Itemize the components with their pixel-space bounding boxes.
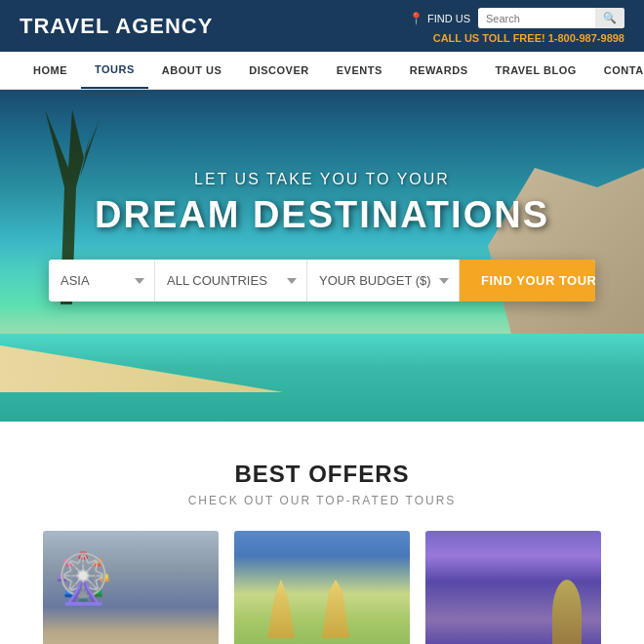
- find-us-link[interactable]: 📍 FIND US: [409, 12, 470, 25]
- nav-item-home[interactable]: HOME: [20, 53, 81, 88]
- offer-image-uk: [43, 531, 219, 644]
- nav-item-contact[interactable]: CONTACT US: [590, 53, 644, 88]
- nav-item-about[interactable]: ABOUT US: [148, 53, 235, 88]
- spain-thumbnail: [234, 531, 410, 644]
- hero-title: DREAM DESTINATIONS: [49, 194, 595, 236]
- offer-card-spain[interactable]: SPAIN $4,000: [234, 531, 410, 644]
- nav-item-rewards[interactable]: REWARDS: [396, 53, 482, 88]
- countries-select[interactable]: ALL COUNTRIES UNITED KINGDOM SPAIN TURKE…: [155, 260, 307, 302]
- nav-item-travel-blog[interactable]: TRAVEL BLOG: [481, 53, 589, 88]
- hero-search-bar: ASIA EUROPE AMERICAS AFRICA OCEANIA ALL …: [49, 260, 595, 302]
- best-offers-section: BEST OFFERS CHECK OUT OUR TOP-RATED TOUR…: [0, 422, 644, 644]
- search-box: 🔍: [478, 8, 624, 28]
- offer-card-turkey[interactable]: TURKEY $2,000: [425, 531, 601, 644]
- hero-section: LET US TAKE YOU TO YOUR DREAM DESTINATIO…: [0, 90, 644, 422]
- uk-thumbnail: [43, 531, 219, 644]
- find-us-label: FIND US: [427, 13, 470, 24]
- turkey-thumbnail: [425, 531, 601, 644]
- hero-content: LET US TAKE YOU TO YOUR DREAM DESTINATIO…: [49, 171, 595, 302]
- best-offers-title: BEST OFFERS: [20, 461, 624, 488]
- budget-select[interactable]: YOUR BUDGET ($) $1,000 $2,000 $5,000 $10…: [307, 260, 460, 302]
- top-bar-right: 📍 FIND US 🔍 CALL US TOLL FREE! 1-800-987…: [409, 8, 624, 44]
- top-bar: TRAVEL AGENCY 📍 FIND US 🔍 CALL US TOLL F…: [0, 0, 644, 52]
- nav-item-discover[interactable]: DISCOVER: [235, 53, 322, 88]
- find-tours-button[interactable]: FIND YOUR TOURS: [460, 260, 595, 302]
- best-offers-subtitle: CHECK OUT OUR TOP-RATED TOURS: [20, 494, 624, 507]
- offers-grid: UNITED KINGDOM $5,000 SPAIN $4,000 TURKE…: [20, 531, 624, 644]
- search-button[interactable]: 🔍: [595, 8, 624, 28]
- toll-free-phone[interactable]: 1-800-987-9898: [548, 32, 624, 44]
- offer-card-uk[interactable]: UNITED KINGDOM $5,000: [43, 531, 219, 644]
- offer-image-spain: [234, 531, 410, 644]
- toll-free: CALL US TOLL FREE! 1-800-987-9898: [433, 32, 624, 44]
- pin-icon: 📍: [409, 12, 423, 25]
- offer-image-turkey: [425, 531, 601, 644]
- nav-bar: HOME TOURS ABOUT US DISCOVER EVENTS REWA…: [0, 52, 644, 90]
- hero-subtitle: LET US TAKE YOU TO YOUR: [49, 171, 595, 188]
- toll-free-label: CALL US TOLL FREE!: [433, 32, 545, 44]
- nav-item-events[interactable]: EVENTS: [323, 53, 396, 88]
- site-logo: TRAVEL AGENCY: [20, 14, 213, 39]
- nav-item-tours[interactable]: TOURS: [81, 52, 148, 89]
- continent-select[interactable]: ASIA EUROPE AMERICAS AFRICA OCEANIA: [49, 260, 155, 302]
- search-input[interactable]: [478, 9, 595, 28]
- top-bar-find: 📍 FIND US 🔍: [409, 8, 624, 28]
